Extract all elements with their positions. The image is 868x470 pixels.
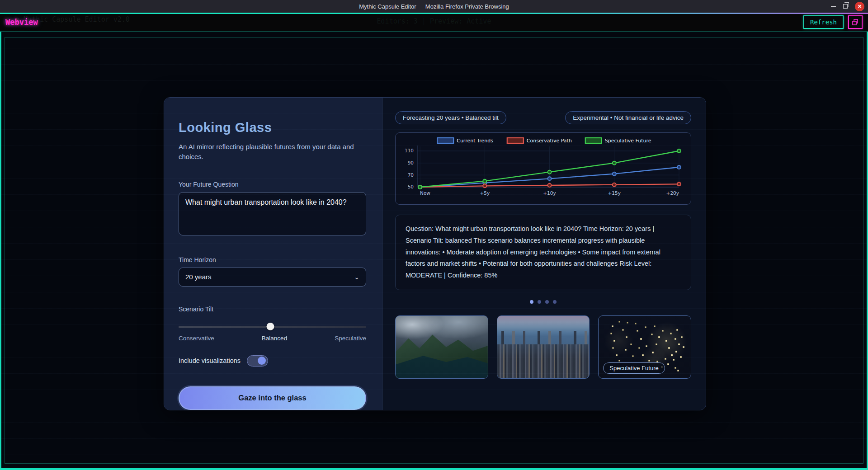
gaze-button[interactable]: Gaze into the glass <box>179 386 366 410</box>
svg-text:+5y: +5y <box>480 190 490 196</box>
minimize-icon[interactable] <box>831 6 836 7</box>
popout-button[interactable] <box>848 15 863 29</box>
controls-column: Looking Glass An AI mirror reflecting pl… <box>164 98 382 410</box>
webview-content: Looking Glass An AI mirror reflecting pl… <box>0 32 868 470</box>
svg-text:+20y: +20y <box>666 190 679 196</box>
webview-toolbar: ⚙ Mythic Capsule Editor v2.0 Editors: 3 … <box>0 13 868 32</box>
forecast-chart: 507090110Now+5y+10y+15y+20yCurrent Trend… <box>395 132 691 205</box>
frame-edge-left <box>0 32 1 470</box>
window-title: Mythic Capsule Editor — Mozilla Firefox … <box>359 3 509 10</box>
tilt-label-balanced: Balanced <box>262 335 287 342</box>
include-viz-label: Include visualizations <box>179 357 241 364</box>
refresh-button[interactable]: Refresh <box>803 15 844 29</box>
ghost-editor-status: Editors: 3 | Preview: Active <box>0 17 868 25</box>
disclaimer-badge: Experimental • Not financial or life adv… <box>565 111 691 124</box>
carousel-dot[interactable] <box>553 300 557 304</box>
forecast-chart-svg: 507090110Now+5y+10y+15y+20yCurrent Trend… <box>397 135 687 202</box>
svg-text:Now: Now <box>420 190 430 196</box>
scenario-summary: Question: What might urban transportatio… <box>395 215 691 290</box>
card-conservative-path[interactable]: Conservative Path <box>395 315 488 379</box>
tilt-label-speculative: Speculative <box>335 335 366 342</box>
card-label: Most Likely <box>502 362 544 374</box>
page-title: Looking Glass <box>179 120 366 135</box>
carousel-dot[interactable] <box>545 300 549 304</box>
tilt-scale-labels: Conservative Balanced Speculative <box>179 335 366 342</box>
svg-text:+10y: +10y <box>543 190 556 196</box>
window-titlebar: Mythic Capsule Editor — Mozilla Firefox … <box>0 0 868 13</box>
svg-text:50: 50 <box>408 184 414 190</box>
card-label: Conservative Path <box>400 362 461 374</box>
card-speculative-future[interactable]: Speculative Future <box>598 315 691 379</box>
scenario-tilt-label: Scenario Tilt <box>179 306 366 313</box>
time-horizon-select[interactable]: 20 years ⌄ <box>179 268 366 287</box>
svg-text:90: 90 <box>408 160 414 165</box>
card-label: Speculative Future <box>603 362 665 374</box>
include-viz-toggle[interactable] <box>247 355 268 367</box>
page-subtitle: An AI mirror reflecting plausible future… <box>179 142 362 162</box>
restore-icon[interactable] <box>843 4 848 9</box>
city-lights-dots <box>599 316 599 317</box>
looking-glass-panel: Looking Glass An AI mirror reflecting pl… <box>164 97 706 410</box>
svg-text:110: 110 <box>405 148 414 154</box>
chevron-down-icon: ⌄ <box>354 273 359 281</box>
card-most-likely[interactable]: Most Likely <box>497 315 590 379</box>
popout-windows-icon <box>852 19 859 26</box>
frame-edge-bottom <box>0 468 868 470</box>
webview-label: Webview <box>5 18 38 27</box>
time-horizon-label: Time Horizon <box>179 256 366 263</box>
time-horizon-value: 20 years <box>185 273 212 281</box>
scenario-cards: Conservative Path Most Likely Speculativ… <box>395 315 691 379</box>
question-label: Your Future Question <box>179 181 366 188</box>
results-column: Forecasting 20 years • Balanced tilt Exp… <box>382 98 706 410</box>
svg-text:Speculative Future: Speculative Future <box>605 138 651 144</box>
svg-text:Current Trends: Current Trends <box>457 138 493 144</box>
forecast-badge: Forecasting 20 years • Balanced tilt <box>395 111 506 124</box>
tilt-slider[interactable] <box>179 323 366 331</box>
toggle-knob <box>258 357 266 365</box>
close-icon[interactable]: ✕ <box>855 2 864 11</box>
question-textarea[interactable]: What might urban transportation look lik… <box>179 192 366 235</box>
svg-text:Conservative Path: Conservative Path <box>527 138 572 144</box>
carousel-dots <box>395 300 691 304</box>
carousel-dot[interactable] <box>538 300 541 304</box>
svg-text:+15y: +15y <box>608 190 621 196</box>
tilt-label-conservative: Conservative <box>179 335 214 342</box>
tilt-slider-thumb[interactable] <box>267 323 274 330</box>
carousel-dot[interactable] <box>530 300 533 304</box>
svg-text:70: 70 <box>408 172 414 178</box>
